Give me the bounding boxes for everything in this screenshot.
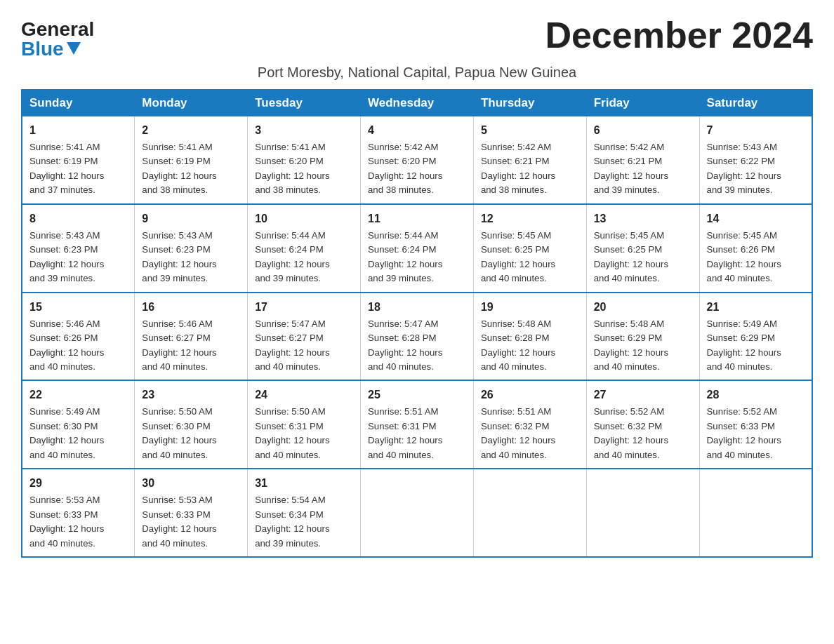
- calendar-cell: 22Sunrise: 5:49 AMSunset: 6:30 PMDayligh…: [22, 380, 135, 469]
- calendar-cell: 19Sunrise: 5:48 AMSunset: 6:28 PMDayligh…: [473, 293, 586, 381]
- calendar-cell: 21Sunrise: 5:49 AMSunset: 6:29 PMDayligh…: [699, 293, 812, 381]
- calendar-cell: 3Sunrise: 5:41 AMSunset: 6:20 PMDaylight…: [248, 116, 361, 204]
- calendar-cell: 28Sunrise: 5:52 AMSunset: 6:33 PMDayligh…: [699, 380, 812, 469]
- calendar-week-5: 29Sunrise: 5:53 AMSunset: 6:33 PMDayligh…: [22, 469, 812, 557]
- calendar-table: SundayMondayTuesdayWednesdayThursdayFrid…: [21, 89, 813, 558]
- day-number: 31: [255, 475, 353, 492]
- calendar-cell: 16Sunrise: 5:46 AMSunset: 6:27 PMDayligh…: [135, 293, 248, 381]
- day-header-wednesday: Wednesday: [361, 90, 474, 116]
- calendar-cell: 15Sunrise: 5:46 AMSunset: 6:26 PMDayligh…: [22, 293, 135, 381]
- calendar-cell: 29Sunrise: 5:53 AMSunset: 6:33 PMDayligh…: [22, 469, 135, 557]
- day-number: 29: [29, 475, 127, 492]
- day-info: Sunrise: 5:52 AMSunset: 6:32 PMDaylight:…: [594, 406, 668, 459]
- day-info: Sunrise: 5:50 AMSunset: 6:30 PMDaylight:…: [142, 406, 216, 459]
- day-number: 5: [481, 122, 579, 139]
- day-info: Sunrise: 5:52 AMSunset: 6:33 PMDaylight:…: [707, 406, 781, 459]
- calendar-cell: 26Sunrise: 5:51 AMSunset: 6:32 PMDayligh…: [473, 380, 586, 469]
- day-info: Sunrise: 5:53 AMSunset: 6:33 PMDaylight:…: [142, 495, 216, 548]
- day-header-tuesday: Tuesday: [248, 90, 361, 116]
- calendar-cell: 9Sunrise: 5:43 AMSunset: 6:23 PMDaylight…: [135, 204, 248, 293]
- calendar-cell: 27Sunrise: 5:52 AMSunset: 6:32 PMDayligh…: [586, 380, 699, 469]
- day-number: 21: [707, 299, 805, 316]
- day-info: Sunrise: 5:49 AMSunset: 6:29 PMDaylight:…: [707, 318, 781, 372]
- calendar-cell: 7Sunrise: 5:43 AMSunset: 6:22 PMDaylight…: [699, 116, 812, 204]
- day-info: Sunrise: 5:43 AMSunset: 6:22 PMDaylight:…: [707, 142, 781, 195]
- day-number: 16: [142, 299, 240, 316]
- day-number: 12: [481, 210, 579, 227]
- day-number: 10: [255, 210, 353, 227]
- day-number: 15: [29, 299, 127, 316]
- calendar-title: December 2024: [545, 14, 813, 56]
- calendar-cell: 17Sunrise: 5:47 AMSunset: 6:27 PMDayligh…: [248, 293, 361, 381]
- calendar-cell: 1Sunrise: 5:41 AMSunset: 6:19 PMDaylight…: [22, 116, 135, 204]
- day-info: Sunrise: 5:43 AMSunset: 6:23 PMDaylight:…: [29, 230, 104, 283]
- logo-general-text: General: [21, 20, 94, 39]
- day-number: 22: [29, 387, 127, 403]
- calendar-cell: [361, 469, 474, 557]
- day-info: Sunrise: 5:45 AMSunset: 6:25 PMDaylight:…: [481, 230, 555, 283]
- day-number: 18: [368, 299, 466, 316]
- day-header-row: SundayMondayTuesdayWednesdayThursdayFrid…: [22, 90, 812, 116]
- day-info: Sunrise: 5:51 AMSunset: 6:31 PMDaylight:…: [368, 406, 442, 459]
- calendar-cell: 6Sunrise: 5:42 AMSunset: 6:21 PMDaylight…: [586, 116, 699, 204]
- day-number: 4: [368, 122, 466, 139]
- calendar-cell: 12Sunrise: 5:45 AMSunset: 6:25 PMDayligh…: [473, 204, 586, 293]
- day-number: 9: [142, 210, 240, 227]
- day-number: 14: [707, 210, 805, 227]
- calendar-cell: 5Sunrise: 5:42 AMSunset: 6:21 PMDaylight…: [473, 116, 586, 204]
- calendar-cell: 25Sunrise: 5:51 AMSunset: 6:31 PMDayligh…: [361, 380, 474, 469]
- calendar-cell: 13Sunrise: 5:45 AMSunset: 6:25 PMDayligh…: [586, 204, 699, 293]
- day-number: 28: [707, 387, 805, 403]
- day-info: Sunrise: 5:43 AMSunset: 6:23 PMDaylight:…: [142, 230, 216, 283]
- calendar-week-1: 1Sunrise: 5:41 AMSunset: 6:19 PMDaylight…: [22, 116, 812, 204]
- calendar-cell: 20Sunrise: 5:48 AMSunset: 6:29 PMDayligh…: [586, 293, 699, 381]
- calendar-cell: 10Sunrise: 5:44 AMSunset: 6:24 PMDayligh…: [248, 204, 361, 293]
- day-info: Sunrise: 5:46 AMSunset: 6:26 PMDaylight:…: [29, 318, 104, 372]
- day-info: Sunrise: 5:51 AMSunset: 6:32 PMDaylight:…: [481, 406, 555, 459]
- day-number: 23: [142, 387, 240, 403]
- day-header-monday: Monday: [135, 90, 248, 116]
- day-number: 30: [142, 475, 240, 492]
- day-number: 17: [255, 299, 353, 316]
- calendar-cell: 23Sunrise: 5:50 AMSunset: 6:30 PMDayligh…: [135, 380, 248, 469]
- day-number: 11: [368, 210, 466, 227]
- calendar-subtitle: Port Moresby, National Capital, Papua Ne…: [21, 65, 813, 81]
- day-number: 26: [481, 387, 579, 403]
- logo-blue-text: Blue: [21, 39, 81, 59]
- day-number: 20: [594, 299, 692, 316]
- calendar-cell: 8Sunrise: 5:43 AMSunset: 6:23 PMDaylight…: [22, 204, 135, 293]
- calendar-cell: 2Sunrise: 5:41 AMSunset: 6:19 PMDaylight…: [135, 116, 248, 204]
- day-info: Sunrise: 5:41 AMSunset: 6:19 PMDaylight:…: [142, 142, 216, 195]
- page-header: General Blue December 2024: [21, 14, 813, 59]
- day-number: 27: [594, 387, 692, 403]
- day-info: Sunrise: 5:48 AMSunset: 6:29 PMDaylight:…: [594, 318, 668, 372]
- day-info: Sunrise: 5:41 AMSunset: 6:19 PMDaylight:…: [29, 142, 104, 195]
- day-info: Sunrise: 5:46 AMSunset: 6:27 PMDaylight:…: [142, 318, 216, 372]
- calendar-cell: 31Sunrise: 5:54 AMSunset: 6:34 PMDayligh…: [248, 469, 361, 557]
- day-info: Sunrise: 5:44 AMSunset: 6:24 PMDaylight:…: [255, 230, 329, 283]
- day-number: 1: [29, 122, 127, 139]
- day-info: Sunrise: 5:42 AMSunset: 6:20 PMDaylight:…: [368, 142, 442, 195]
- calendar-cell: 30Sunrise: 5:53 AMSunset: 6:33 PMDayligh…: [135, 469, 248, 557]
- day-info: Sunrise: 5:49 AMSunset: 6:30 PMDaylight:…: [29, 406, 104, 459]
- calendar-week-4: 22Sunrise: 5:49 AMSunset: 6:30 PMDayligh…: [22, 380, 812, 469]
- calendar-cell: 4Sunrise: 5:42 AMSunset: 6:20 PMDaylight…: [361, 116, 474, 204]
- day-number: 24: [255, 387, 353, 403]
- calendar-cell: [473, 469, 586, 557]
- day-number: 25: [368, 387, 466, 403]
- day-info: Sunrise: 5:45 AMSunset: 6:25 PMDaylight:…: [594, 230, 668, 283]
- logo-triangle-icon: [67, 42, 81, 55]
- day-number: 6: [594, 122, 692, 139]
- day-header-sunday: Sunday: [22, 90, 135, 116]
- day-number: 19: [481, 299, 579, 316]
- calendar-week-2: 8Sunrise: 5:43 AMSunset: 6:23 PMDaylight…: [22, 204, 812, 293]
- day-header-thursday: Thursday: [473, 90, 586, 116]
- calendar-cell: [586, 469, 699, 557]
- day-number: 13: [594, 210, 692, 227]
- day-info: Sunrise: 5:47 AMSunset: 6:27 PMDaylight:…: [255, 318, 329, 372]
- day-info: Sunrise: 5:45 AMSunset: 6:26 PMDaylight:…: [707, 230, 781, 283]
- calendar-cell: [699, 469, 812, 557]
- day-info: Sunrise: 5:53 AMSunset: 6:33 PMDaylight:…: [29, 495, 104, 548]
- day-info: Sunrise: 5:42 AMSunset: 6:21 PMDaylight:…: [594, 142, 668, 195]
- calendar-week-3: 15Sunrise: 5:46 AMSunset: 6:26 PMDayligh…: [22, 293, 812, 381]
